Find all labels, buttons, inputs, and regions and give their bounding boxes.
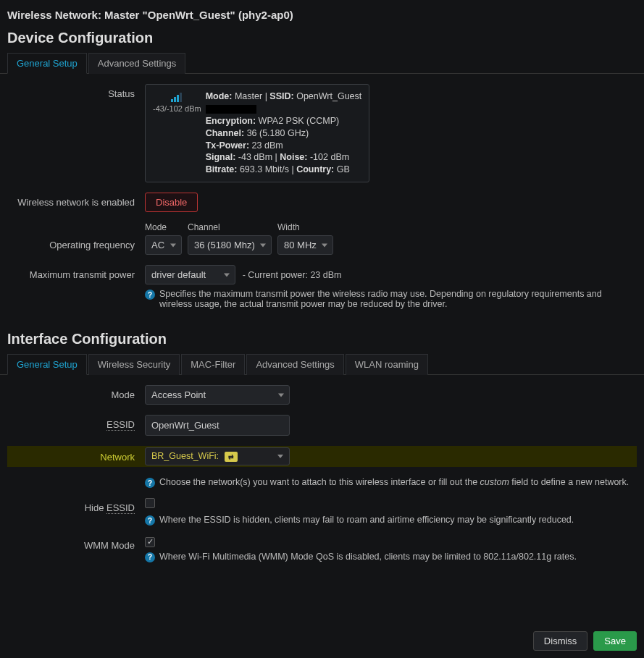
info-icon: ? [145, 478, 155, 488]
freq-label: Operating frequency [7, 222, 145, 250]
network-label: Network [7, 447, 145, 463]
iface-config-heading: Interface Configuration [7, 331, 637, 347]
hide-essid-help: Where the ESSID is hidden, clients may f… [159, 515, 574, 525]
tab-mac-filter[interactable]: MAC-Filter [181, 354, 245, 375]
signal-dbm: -43/-102 dBm [153, 104, 201, 113]
freq-chan-l: Channel [188, 222, 272, 232]
freq-mode-l: Mode [145, 222, 182, 232]
disable-button[interactable]: Disable [145, 193, 198, 212]
essid-label: ESSID [7, 415, 145, 430]
network-help-text: Choose the network(s) you want to attach… [159, 477, 629, 487]
freq-width-select[interactable]: 80 MHz [277, 235, 333, 255]
tab-general-setup[interactable]: General Setup [7, 53, 87, 74]
signal-icon [171, 90, 183, 102]
tab-wlan-roaming[interactable]: WLAN roaming [346, 354, 428, 375]
tab-iface-general[interactable]: General Setup [7, 354, 87, 375]
freq-mode-select[interactable]: AC [145, 235, 182, 255]
status-lines: Mode: Master | SSID: OpenWrt_Guest Encry… [206, 90, 362, 176]
wmm-label: WMM Mode [7, 536, 145, 551]
iface-tabs: General Setup Wireless Security MAC-Filt… [0, 353, 644, 375]
iface-mode-select[interactable]: Access Point [145, 385, 290, 405]
mode-label: Mode [7, 385, 145, 400]
device-tabs: General Setup Advanced Settings [0, 52, 644, 74]
wmm-help: Where Wi-Fi Multimedia (WMM) Mode QoS is… [159, 552, 577, 562]
status-label: Status [7, 84, 145, 99]
bssid-redacted [206, 105, 256, 114]
info-icon: ? [145, 515, 155, 526]
hide-essid-label: Hide ESSID [7, 498, 145, 513]
tx-power-select[interactable]: driver default [145, 265, 235, 284]
freq-channel-select[interactable]: 36 (5180 Mhz) [188, 235, 272, 255]
tab-iface-advanced[interactable]: Advanced Settings [246, 354, 343, 375]
power-label: Maximum transmit power [7, 265, 145, 280]
bridge-icon: ⇄ [225, 452, 238, 462]
status-box: -43/-102 dBm Mode: Master | SSID: OpenWr… [145, 84, 369, 182]
network-select[interactable]: BR_Guest_WiFi: ⇄ [145, 447, 290, 465]
page-title: Wireless Network: Master "OpenWrt_Guest"… [7, 9, 637, 21]
enabled-label: Wireless network is enabled [7, 193, 145, 208]
freq-width-l: Width [277, 222, 333, 232]
device-config-heading: Device Configuration [7, 30, 637, 46]
tab-advanced-settings[interactable]: Advanced Settings [88, 53, 185, 74]
essid-input[interactable] [145, 415, 290, 436]
info-icon: ? [145, 290, 155, 300]
chevron-down-icon [277, 455, 283, 458]
info-icon: ? [145, 552, 155, 562]
power-help-text: Specifies the maximum transmit power the… [159, 289, 637, 309]
tab-wireless-security[interactable]: Wireless Security [88, 354, 180, 375]
wmm-checkbox[interactable] [145, 537, 155, 547]
hide-essid-checkbox[interactable] [145, 498, 155, 508]
current-power-note: - Current power: 23 dBm [243, 270, 342, 280]
